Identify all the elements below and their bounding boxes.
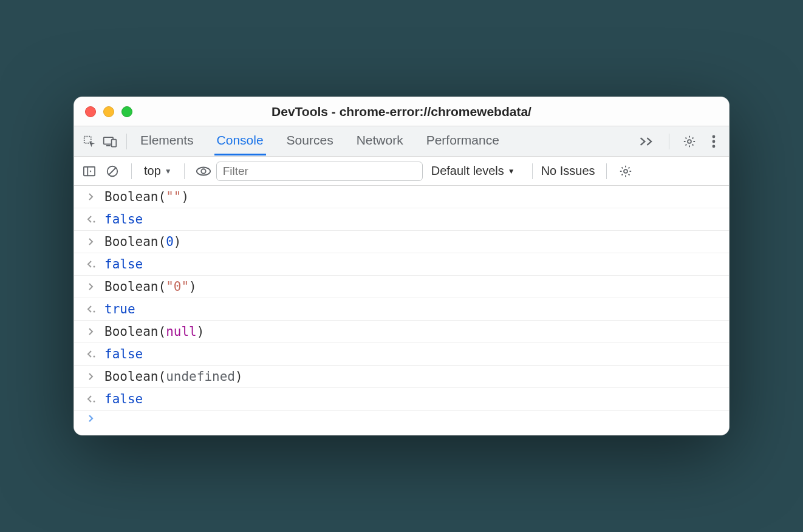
result-icon bbox=[84, 350, 98, 358]
tab-elements[interactable]: Elements bbox=[138, 127, 196, 155]
gear-icon[interactable] bbox=[615, 161, 636, 182]
result-icon bbox=[84, 305, 98, 313]
divider bbox=[669, 134, 669, 149]
console-output-row: false bbox=[74, 208, 729, 231]
prompt-icon bbox=[84, 237, 98, 246]
svg-rect-8 bbox=[84, 166, 95, 176]
js-context-selector[interactable]: top ▼ bbox=[140, 164, 176, 178]
divider bbox=[184, 163, 185, 179]
toggle-sidebar-icon[interactable] bbox=[79, 161, 100, 182]
code-text: false bbox=[104, 347, 143, 361]
svg-point-14 bbox=[94, 221, 95, 223]
code-text: true bbox=[104, 302, 135, 316]
svg-point-4 bbox=[688, 140, 691, 143]
close-window-button[interactable] bbox=[85, 106, 96, 117]
divider bbox=[126, 134, 127, 149]
console-prompt-row[interactable] bbox=[74, 411, 729, 426]
window-title: DevTools - chrome-error://chromewebdata/ bbox=[74, 104, 729, 119]
console-toolbar: top ▼ Default levels ▼ No Issues bbox=[74, 157, 729, 186]
svg-point-12 bbox=[201, 169, 205, 173]
code-text: Boolean(null) bbox=[104, 324, 204, 339]
console-log: Boolean("")falseBoolean(0)falseBoolean("… bbox=[74, 186, 729, 435]
toggle-device-toolbar-icon[interactable] bbox=[100, 131, 120, 152]
tabs: ElementsConsoleSourcesNetworkPerformance bbox=[138, 127, 502, 155]
divider bbox=[606, 163, 607, 179]
inspect-element-icon[interactable] bbox=[79, 131, 100, 152]
console-output-row: false bbox=[74, 253, 729, 276]
context-label: top bbox=[144, 164, 161, 178]
tab-sources[interactable]: Sources bbox=[284, 127, 336, 155]
console-output-row: true bbox=[74, 298, 729, 321]
svg-point-16 bbox=[94, 311, 95, 313]
prompt-icon bbox=[84, 372, 98, 381]
code-text: Boolean(undefined) bbox=[104, 369, 243, 384]
result-icon bbox=[84, 260, 98, 268]
divider bbox=[131, 163, 132, 179]
titlebar: DevTools - chrome-error://chromewebdata/ bbox=[74, 97, 729, 126]
live-expression-icon[interactable] bbox=[193, 161, 214, 182]
chevron-down-icon: ▼ bbox=[508, 167, 515, 176]
svg-rect-3 bbox=[112, 139, 117, 146]
result-icon bbox=[84, 395, 98, 403]
console-input-row: Boolean(undefined) bbox=[74, 366, 729, 388]
svg-point-13 bbox=[624, 169, 627, 173]
code-text: false bbox=[104, 257, 143, 271]
tab-performance[interactable]: Performance bbox=[424, 127, 502, 155]
console-input-row: Boolean(null) bbox=[74, 321, 729, 343]
clear-console-icon[interactable] bbox=[102, 161, 123, 182]
code-text: false bbox=[104, 212, 143, 227]
traffic-lights bbox=[85, 106, 132, 117]
svg-point-6 bbox=[712, 140, 716, 143]
more-tabs-icon[interactable] bbox=[636, 136, 659, 147]
log-levels-selector[interactable]: Default levels ▼ bbox=[431, 164, 515, 178]
tab-network[interactable]: Network bbox=[354, 127, 406, 155]
filter-input[interactable] bbox=[216, 162, 423, 181]
console-input-row: Boolean("") bbox=[74, 186, 729, 208]
minimize-window-button[interactable] bbox=[103, 106, 114, 117]
code-text: Boolean("") bbox=[104, 189, 189, 204]
divider bbox=[532, 163, 533, 179]
svg-line-11 bbox=[109, 168, 116, 174]
prompt-icon bbox=[84, 282, 98, 291]
console-input-row: Boolean(0) bbox=[74, 231, 729, 253]
chevron-down-icon: ▼ bbox=[165, 167, 172, 176]
devtools-window: DevTools - chrome-error://chromewebdata/… bbox=[73, 97, 730, 435]
svg-point-5 bbox=[712, 135, 716, 138]
code-text: Boolean("0") bbox=[104, 279, 197, 294]
prompt-icon bbox=[84, 193, 98, 201]
issues-label: No Issues bbox=[541, 164, 595, 178]
code-text: false bbox=[104, 392, 143, 406]
svg-point-18 bbox=[94, 401, 95, 403]
svg-point-17 bbox=[94, 356, 95, 358]
console-output-row: false bbox=[74, 343, 729, 366]
devtools-tabbar: ElementsConsoleSourcesNetworkPerformance bbox=[74, 126, 729, 157]
gear-icon[interactable] bbox=[679, 131, 700, 152]
kebab-menu-icon[interactable] bbox=[703, 131, 724, 152]
levels-label: Default levels bbox=[431, 164, 504, 178]
prompt-icon bbox=[84, 327, 98, 336]
svg-point-7 bbox=[712, 145, 716, 148]
console-input-row: Boolean("0") bbox=[74, 276, 729, 298]
prompt-icon bbox=[84, 414, 98, 423]
maximize-window-button[interactable] bbox=[121, 106, 132, 117]
console-output-row: false bbox=[74, 388, 729, 411]
svg-point-15 bbox=[94, 266, 95, 268]
code-text: Boolean(0) bbox=[104, 234, 181, 249]
tab-console[interactable]: Console bbox=[214, 127, 266, 155]
result-icon bbox=[84, 215, 98, 223]
